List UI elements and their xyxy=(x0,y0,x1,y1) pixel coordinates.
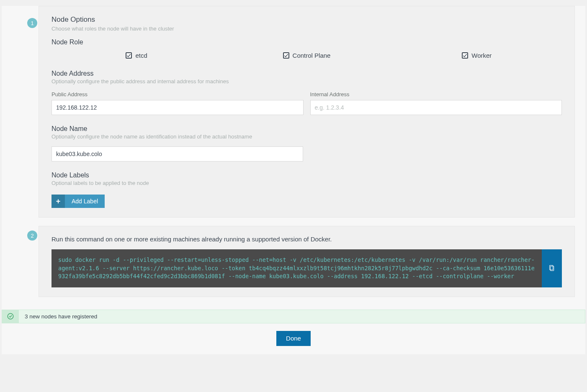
add-label-text: Add Label xyxy=(65,195,105,208)
node-address-heading: Node Address xyxy=(51,70,562,77)
internal-address-input[interactable] xyxy=(310,100,562,115)
add-label-button[interactable]: + Add Label xyxy=(51,195,105,208)
node-labels-heading: Node Labels xyxy=(51,172,562,179)
role-control-plane-label: Control Plane xyxy=(293,52,331,59)
node-role-row: etcd Control Plane Worker xyxy=(51,52,562,59)
banner-message: 3 new nodes have registered xyxy=(19,310,103,323)
node-labels-subtitle: Optional labels to be applied to the nod… xyxy=(51,180,562,186)
node-address-subtitle: Optionally configure the public address … xyxy=(51,78,562,85)
node-name-input[interactable] xyxy=(51,146,303,161)
step-badge-2: 2 xyxy=(27,231,37,241)
role-control-plane[interactable]: Control Plane xyxy=(221,52,391,59)
check-icon xyxy=(284,53,288,58)
node-name-subtitle: Optionally configure the node name as id… xyxy=(51,133,562,140)
done-button[interactable]: Done xyxy=(276,331,311,346)
checkbox-etcd[interactable] xyxy=(126,52,132,59)
step-run-command: 2 Run this command on one or more existi… xyxy=(39,226,575,297)
run-command-description: Run this command on one or more existing… xyxy=(51,236,562,243)
command-code[interactable]: sudo docker run -d --privileged --restar… xyxy=(51,249,542,287)
checkbox-control-plane[interactable] xyxy=(283,52,289,59)
role-etcd[interactable]: etcd xyxy=(51,52,221,59)
svg-point-2 xyxy=(8,313,13,319)
clipboard-icon xyxy=(548,265,555,272)
check-icon xyxy=(126,53,131,58)
node-name-heading: Node Name xyxy=(51,125,562,133)
node-role-heading: Node Role xyxy=(51,38,562,46)
copy-button[interactable] xyxy=(542,249,562,287)
role-worker-label: Worker xyxy=(471,52,492,59)
internal-address-label: Internal Address xyxy=(310,91,562,97)
status-banner: 3 new nodes have registered xyxy=(2,310,585,323)
success-icon xyxy=(2,310,19,323)
node-options-subtitle: Choose what roles the node will have in … xyxy=(51,26,562,32)
role-worker[interactable]: Worker xyxy=(392,52,562,59)
public-address-input[interactable] xyxy=(51,100,304,115)
public-address-label: Public Address xyxy=(51,91,304,97)
checkbox-worker[interactable] xyxy=(462,52,468,59)
node-options-title: Node Options xyxy=(51,15,562,24)
role-etcd-label: etcd xyxy=(135,52,147,59)
step-badge-1: 1 xyxy=(27,18,37,28)
check-icon xyxy=(463,53,467,58)
step-node-options: 1 Node Options Choose what roles the nod… xyxy=(39,6,575,218)
plus-icon: + xyxy=(51,195,65,208)
